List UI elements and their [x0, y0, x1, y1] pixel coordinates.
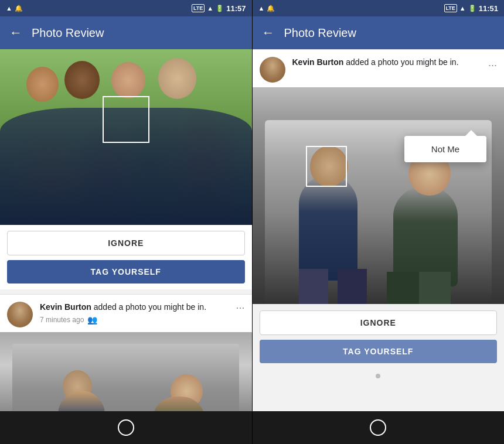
app-bar-1: ← Photo Review: [0, 16, 252, 49]
car-photo-1: [0, 332, 252, 411]
tag-yourself-button-1[interactable]: TAG YOURSELF: [7, 260, 245, 284]
status-time-1: 11:57: [226, 4, 246, 13]
panel-2: ▲ 🔔 LTE ▲ 🔋 11:51 ← Photo Review Kevin B…: [253, 0, 505, 444]
notification-row-1: Kevin Burton added a photo you might be …: [0, 294, 252, 332]
status-bar-2: ▲ 🔔 LTE ▲ 🔋 11:51: [253, 0, 505, 16]
notification-name-1: Kevin Burton: [40, 302, 91, 312]
notification-meta-1: 7 minutes ago 👥: [40, 315, 229, 325]
battery-icon-1: 🔋: [216, 5, 224, 12]
signal-icon-1: ▲: [207, 5, 213, 12]
scroll-content-2[interactable]: Kevin Burton added a photo you might be …: [253, 49, 505, 411]
face-detection-box-3: [306, 146, 347, 187]
app-bar-2: ← Photo Review: [253, 16, 505, 49]
back-button-2[interactable]: ←: [262, 25, 275, 40]
person1-head: [26, 67, 59, 102]
p2-body-1: [299, 175, 357, 281]
bottom-nav-1: [0, 411, 252, 444]
leg4: [387, 272, 419, 304]
network-icon-1: ▲: [6, 5, 12, 12]
lte-badge-1: LTE: [192, 4, 205, 12]
home-button-1[interactable]: [118, 419, 134, 436]
car-photo-bg-1: [0, 332, 252, 411]
notification-text-2: Kevin Burton added a photo you might be …: [292, 57, 481, 69]
button-row-2: IGNORE TAG YOURSELF: [253, 305, 505, 369]
notification-card-1: Kevin Burton added a photo you might be …: [0, 294, 252, 411]
notification-row-2: Kevin Burton added a photo you might be …: [253, 49, 505, 87]
person4-head: [158, 58, 196, 99]
status-bar-left-2: ▲ 🔔: [258, 5, 275, 12]
notification-time-1: 7 minutes ago: [40, 316, 84, 324]
status-bar-right-2: LTE ▲ 🔋 11:51: [444, 4, 498, 13]
app-bar-title-2: Photo Review: [284, 26, 356, 40]
bottom-nav-2: [253, 411, 505, 444]
back-button-1[interactable]: ←: [9, 25, 22, 40]
ignore-button-2[interactable]: IGNORE: [260, 310, 498, 335]
dropdown-popup: Not Me: [404, 136, 486, 162]
not-me-option[interactable]: Not Me: [404, 136, 486, 162]
car-photo-bg-2: [253, 87, 505, 304]
face-detection-box-1: [103, 96, 149, 143]
group-photo: [0, 49, 252, 225]
avatar-1: [7, 302, 33, 327]
page-dot: [376, 374, 380, 378]
scroll-content-1[interactable]: IGNORE TAG YOURSELF Kevin Burton added a…: [0, 49, 252, 411]
person2-head: [64, 61, 100, 99]
notification-card-2: Kevin Burton added a photo you might be …: [253, 49, 505, 304]
person3-head: [111, 62, 145, 98]
status-bar-1: ▲ 🔔 LTE ▲ 🔋 11:57: [0, 0, 252, 16]
tag-yourself-button-2[interactable]: TAG YOURSELF: [260, 340, 498, 363]
car-photo-2: [253, 87, 505, 304]
more-options-2[interactable]: ...: [488, 57, 497, 69]
home-button-2[interactable]: [370, 419, 386, 436]
avatar-face-1: [7, 302, 33, 327]
group-photo-card: IGNORE TAG YOURSELF: [0, 49, 252, 289]
notification-name-2: Kevin Burton: [292, 57, 344, 67]
battery-icon-2: 🔋: [468, 5, 476, 12]
status-bar-right-1: LTE ▲ 🔋 11:57: [192, 4, 246, 13]
ignore-button-1[interactable]: IGNORE: [7, 231, 245, 255]
signal-icon-2: ▲: [459, 5, 466, 12]
audience-icon-1: 👥: [87, 315, 97, 325]
network-icon-2: ▲: [258, 5, 265, 12]
notification-body-1: added a photo you might be in.: [91, 302, 206, 312]
panel-1: ▲ 🔔 LTE ▲ 🔋 11:57 ← Photo Review: [0, 0, 252, 444]
notification-text-col-1: Kevin Burton added a photo you might be …: [40, 302, 229, 325]
group-photo-bg: [0, 49, 252, 225]
status-time-2: 11:51: [479, 4, 498, 13]
status-bar-left-1: ▲ 🔔: [6, 5, 23, 12]
trunk-area-1: [12, 344, 239, 411]
notification-icon-2: 🔔: [267, 5, 275, 12]
leg1: [299, 269, 328, 304]
notification-body-2: added a photo you might be in.: [343, 57, 458, 67]
leg2: [338, 269, 367, 304]
app-bar-title-1: Photo Review: [32, 26, 104, 40]
page-indicator: [253, 369, 505, 383]
notification-text-1: Kevin Burton added a photo you might be …: [40, 302, 229, 313]
lte-badge-2: LTE: [444, 4, 457, 12]
avatar-face-2: [260, 57, 285, 83]
avatar-2: [260, 57, 285, 83]
button-row-1: IGNORE TAG YOURSELF: [0, 225, 252, 289]
notification-icon-1: 🔔: [15, 5, 23, 12]
more-options-1[interactable]: ···: [236, 302, 244, 314]
leg3: [418, 272, 451, 304]
notification-text-col-2: Kevin Burton added a photo you might be …: [292, 57, 481, 69]
